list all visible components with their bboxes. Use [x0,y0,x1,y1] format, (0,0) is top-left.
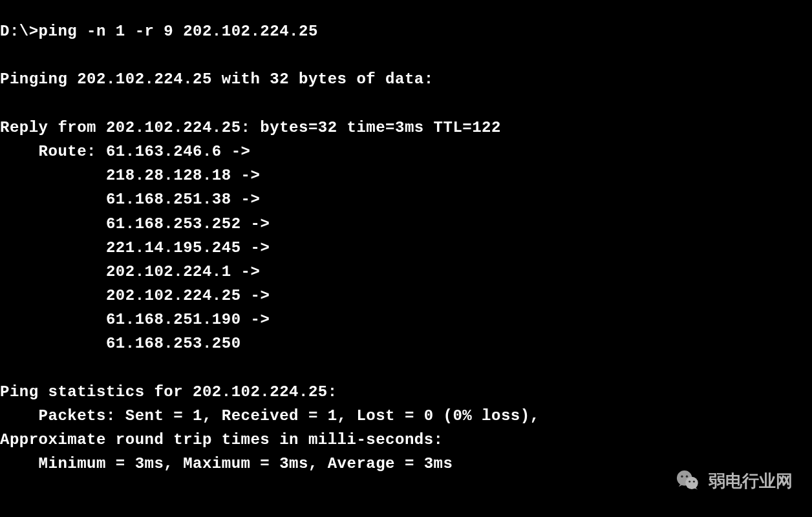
reply-line: Reply from 202.102.224.25: bytes=32 time… [0,116,812,140]
route-indent [0,335,106,352]
route-hop: 61.168.253.252 -> [106,215,270,233]
route-indent [0,215,106,233]
route-indent [0,191,106,208]
route-hop: 61.168.253.250 [106,335,241,352]
svg-point-3 [686,476,688,478]
route-label: Route: [0,143,106,160]
command-text: ping -n 1 -r 9 202.102.224.25 [39,23,318,40]
route-hop: 221.14.195.245 -> [106,239,270,257]
route-line: 61.168.253.250 [0,332,812,355]
route-hop: 202.102.224.1 -> [106,263,260,280]
approx-line: Approximate round trip times in milli-se… [0,428,812,452]
route-line: 61.168.251.190 -> [0,308,812,332]
route-line: 202.102.224.1 -> [0,260,812,284]
route-hop: 202.102.224.25 -> [106,287,270,304]
route-line: 221.14.195.245 -> [0,236,812,260]
packets-line: Packets: Sent = 1, Received = 1, Lost = … [0,404,812,428]
wechat-icon [675,467,702,494]
pinging-line: Pinging 202.102.224.25 with 32 bytes of … [0,67,812,91]
route-line: 61.168.251.38 -> [0,187,812,211]
watermark-text: 弱电行业网 [709,468,793,494]
route-hop: 61.168.251.190 -> [106,311,270,328]
route-hop: 61.168.251.38 -> [106,191,260,208]
route-line: 202.102.224.25 -> [0,284,812,308]
route-line: 218.28.128.18 -> [0,164,812,187]
blank-line [0,92,812,116]
command-line: D:\>ping -n 1 -r 9 202.102.224.25 [0,19,812,43]
route-hop: 61.163.246.6 -> [106,143,251,160]
terminal-output[interactable]: D:\>ping -n 1 -r 9 202.102.224.25 Pingin… [0,19,812,476]
svg-point-1 [685,477,698,489]
route-indent [0,167,106,184]
route-line: 61.168.253.252 -> [0,212,812,236]
svg-point-2 [681,476,683,478]
svg-point-5 [693,481,695,483]
route-indent [0,263,106,280]
blank-line [0,356,812,380]
route-line: Route: 61.163.246.6 -> [0,140,812,164]
route-indent [0,239,106,257]
route-indent [0,311,106,328]
blank-line [0,43,812,67]
route-indent [0,287,106,304]
watermark: 弱电行业网 [675,467,793,494]
prompt: D:\> [0,23,39,40]
stats-header: Ping statistics for 202.102.224.25: [0,380,812,404]
route-hop: 218.28.128.18 -> [106,167,260,184]
svg-point-4 [689,481,690,483]
